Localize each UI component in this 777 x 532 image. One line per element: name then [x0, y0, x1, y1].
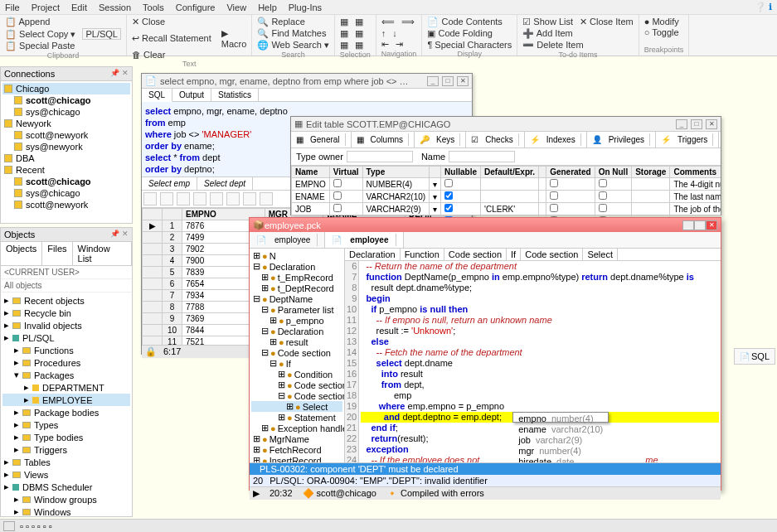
- rb-sel3[interactable]: ▦: [340, 28, 348, 39]
- rb-toggle[interactable]: ○ Toggle: [644, 27, 679, 37]
- obj-node[interactable]: ▸ Triggers: [2, 443, 130, 456]
- name-input[interactable]: [449, 151, 515, 162]
- breadcrumb-item[interactable]: If: [507, 249, 521, 260]
- autocomplete-popup[interactable]: empnonumber(4)enamevarchar2(10)jobvarcha…: [512, 412, 609, 423]
- tab-pkg-spec[interactable]: 📄 employee: [250, 232, 325, 248]
- tab-pkg-body[interactable]: 📄 employee: [325, 232, 403, 248]
- menu-session[interactable]: Session: [99, 2, 131, 12]
- obj-node[interactable]: ▸ Recycle bin: [2, 307, 130, 319]
- rb-recall[interactable]: ↩ Recall Statement: [132, 33, 211, 44]
- rb-replace[interactable]: 🔍 Replace: [257, 17, 304, 27]
- conn-node[interactable]: Newyork: [2, 118, 130, 129]
- conn-node[interactable]: Chicago: [2, 83, 130, 94]
- outline-node[interactable]: ⊞ ● t_EmpRecord: [251, 272, 342, 283]
- tb2[interactable]: [160, 192, 173, 206]
- rb-sel5[interactable]: ▦: [340, 40, 348, 51]
- tb7[interactable]: [243, 192, 256, 206]
- code-outline-tree[interactable]: ⊞ ● N⊟ ● Declaration⊞ ● t_EmpRecord⊞ ● t…: [250, 249, 345, 462]
- tab-keys[interactable]: 🔑 Keys: [415, 132, 466, 148]
- min-button[interactable]: _: [676, 119, 687, 129]
- rb-find-matches[interactable]: 🔍 Find Matches: [257, 28, 326, 39]
- tab-checks[interactable]: ☑ Checks: [466, 132, 524, 148]
- rb-web-search[interactable]: 🌐 Web Search ▾: [257, 40, 328, 51]
- rb-close-item[interactable]: ✕ Close Item: [580, 17, 634, 27]
- breadcrumb-item[interactable]: Code section: [521, 249, 583, 260]
- obj-node[interactable]: ▸ Package bodies: [2, 406, 130, 418]
- min-button[interactable]: _: [427, 76, 439, 86]
- menu-plugins[interactable]: Plug-Ins: [289, 2, 322, 12]
- rb-macro[interactable]: ▶Macro: [221, 28, 247, 49]
- obj-node[interactable]: ▾ Packages: [2, 369, 130, 381]
- tab-statistics[interactable]: Statistics: [211, 89, 259, 101]
- obj-node[interactable]: ▸ Types: [2, 418, 130, 431]
- obj-node[interactable]: ▸ Views: [2, 468, 130, 481]
- menu-help[interactable]: Help: [258, 2, 277, 12]
- conn-node[interactable]: scott@chicago: [2, 176, 130, 187]
- pin-icon[interactable]: 📌 ✕: [110, 230, 129, 239]
- tb1[interactable]: [143, 192, 157, 206]
- error-row[interactable]: PLS-00302: component 'DEPT' must be decl…: [250, 463, 721, 475]
- obj-node[interactable]: ▸ Windows: [2, 505, 130, 518]
- conn-node[interactable]: scott@chicago: [2, 94, 130, 106]
- rb-nav6[interactable]: ⇥: [396, 39, 403, 50]
- rb-append[interactable]: 📋 Append: [5, 17, 50, 27]
- outline-node[interactable]: ⊟ ● If: [251, 358, 342, 369]
- tab-indexes[interactable]: ⚡ Indexes: [525, 132, 587, 148]
- outline-node[interactable]: ⊞ ● result: [251, 336, 342, 347]
- outline-node[interactable]: ⊟ ● Code section: [251, 390, 342, 401]
- close-button[interactable]: ✕: [706, 220, 717, 230]
- conn-node[interactable]: Recent: [2, 164, 130, 176]
- conn-node[interactable]: sys@newyork: [2, 141, 130, 152]
- rb-code-folding[interactable]: ▣ Code Folding: [427, 28, 493, 39]
- conn-node[interactable]: sys@chicago: [2, 187, 130, 199]
- error-row[interactable]: 20PL/SQL: ORA-00904: "EMP"."DEPT": inval…: [250, 475, 721, 486]
- conn-node[interactable]: DBA: [2, 152, 130, 164]
- obj-node[interactable]: ▸ PL/SQL: [2, 331, 130, 344]
- outline-node[interactable]: ⊞ ● FetchRecord: [251, 444, 342, 455]
- rb-modify[interactable]: ● Modify: [644, 17, 679, 27]
- obj-node[interactable]: ▸ Window groups: [2, 493, 130, 505]
- rb-add-item[interactable]: ➕ Add Item: [522, 28, 572, 39]
- min-button[interactable]: _: [682, 220, 694, 230]
- rb-special-paste[interactable]: 📋 Special Paste: [5, 41, 75, 51]
- tb4[interactable]: [193, 192, 206, 206]
- obj-node[interactable]: ▸ DBMS Scheduler: [2, 481, 130, 493]
- breadcrumb-item[interactable]: Declaration: [345, 249, 401, 260]
- tb5[interactable]: [210, 192, 223, 206]
- conn-node[interactable]: scott@newyork: [2, 129, 130, 141]
- rb-special-chars[interactable]: ¶ Special Characters: [427, 40, 512, 50]
- rb-select-copy[interactable]: 📋 Select Copy ▾: [5, 29, 75, 40]
- obj-node[interactable]: ▸ Tables: [2, 456, 130, 468]
- obj-node[interactable]: ▸ Type bodies: [2, 431, 130, 443]
- menu-project[interactable]: Project: [32, 2, 60, 12]
- outline-node[interactable]: ⊟ ● DeptName: [251, 293, 342, 304]
- tb3[interactable]: [177, 192, 190, 206]
- outline-node[interactable]: ⊞ ● Code section: [251, 380, 342, 390]
- breadcrumb-item[interactable]: Select: [583, 249, 618, 260]
- conn-node[interactable]: sys@chicago: [2, 106, 130, 118]
- outline-node[interactable]: ⊞ ● Select: [251, 401, 342, 412]
- tab-select-emp[interactable]: Select emp: [142, 177, 197, 190]
- tab-triggers[interactable]: ⚡ Triggers: [656, 132, 719, 148]
- tab-output[interactable]: Output: [172, 89, 211, 101]
- max-button[interactable]: □: [442, 76, 454, 86]
- outline-node[interactable]: ⊞ ● Exception handler: [251, 423, 342, 433]
- rb-nav2[interactable]: ⟹: [401, 17, 415, 27]
- breadcrumb-item[interactable]: Code section: [444, 249, 507, 260]
- rb-nav1[interactable]: ⟸: [381, 17, 395, 27]
- menu-tools[interactable]: Tools: [143, 2, 164, 12]
- rb-del-item[interactable]: ➖ Delete Item: [522, 40, 583, 51]
- rb-nav3[interactable]: ↑: [381, 28, 386, 38]
- obj-node[interactable]: ▸ Procedures: [2, 356, 130, 369]
- outline-node[interactable]: ⊟ ● Code section: [251, 347, 342, 358]
- rb-close[interactable]: ✕ Close: [132, 17, 165, 27]
- current-user[interactable]: <CURRENT USER>: [1, 266, 132, 279]
- outline-node[interactable]: ⊞ ● InsertRecord: [251, 455, 342, 462]
- rb-clear[interactable]: 🗑 Clear: [132, 50, 165, 60]
- tab-files[interactable]: Files: [42, 242, 72, 265]
- autocomplete-item[interactable]: mgrnumber(4): [513, 445, 608, 456]
- obj-node[interactable]: ▸ Recent objects: [2, 294, 130, 307]
- rb-sel1[interactable]: ▦: [340, 17, 348, 27]
- outline-node[interactable]: ⊞ ● t_DeptRecord: [251, 283, 342, 293]
- rb-sel2[interactable]: ▦: [355, 17, 363, 27]
